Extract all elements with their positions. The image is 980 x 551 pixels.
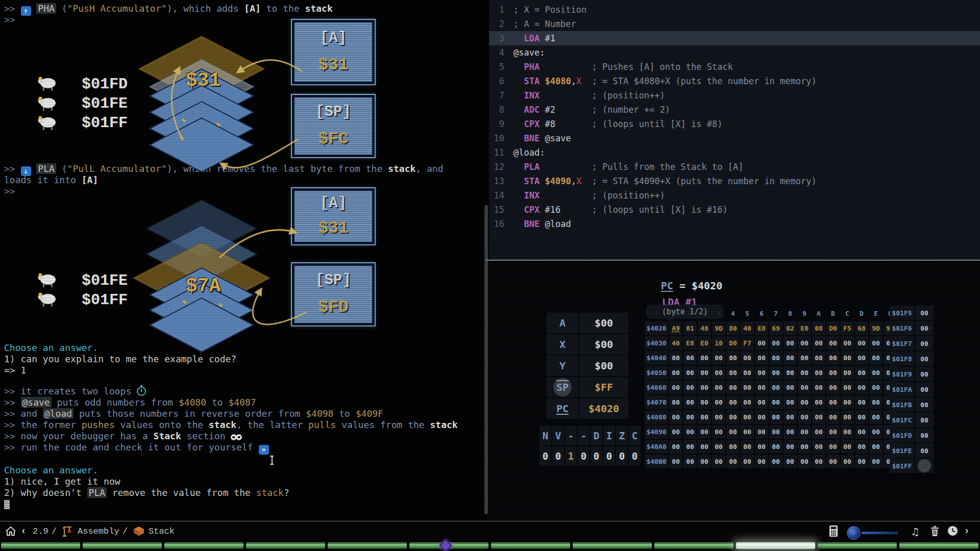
- memory-cell[interactable]: 48: [698, 321, 711, 335]
- progress-segment[interactable]: [1, 542, 80, 549]
- memory-cell[interactable]: 00: [669, 440, 682, 454]
- memory-cell[interactable]: 00: [855, 425, 868, 439]
- memory-cell[interactable]: 00: [726, 455, 740, 468]
- progress-segment[interactable]: [246, 542, 325, 549]
- memory-cell[interactable]: E0: [798, 321, 811, 335]
- memory-cell[interactable]: 00: [798, 395, 811, 409]
- flag-value[interactable]: 0: [603, 446, 615, 466]
- memory-cell[interactable]: 00: [755, 425, 768, 439]
- memory-cell[interactable]: 00: [783, 395, 797, 409]
- register-value-X[interactable]: $00: [579, 334, 628, 355]
- memory-cell[interactable]: 00: [826, 351, 840, 365]
- memory-cell[interactable]: 00: [712, 381, 725, 394]
- memory-cell[interactable]: 00: [741, 395, 754, 409]
- memory-cell[interactable]: 00: [841, 336, 854, 350]
- progress-segment[interactable]: [573, 542, 652, 549]
- volume-slider[interactable]: [862, 532, 898, 534]
- memory-cell[interactable]: 00: [726, 395, 740, 409]
- memory-cell[interactable]: 00: [812, 395, 825, 409]
- memory-cell[interactable]: 00: [783, 381, 797, 394]
- memory-cell[interactable]: 00: [698, 425, 711, 439]
- memory-cell[interactable]: 00: [683, 410, 697, 424]
- memory-cell[interactable]: 00: [741, 440, 754, 454]
- memory-cell[interactable]: 00: [683, 425, 697, 439]
- memory-cell[interactable]: 00: [698, 366, 711, 380]
- memory-cell[interactable]: 00: [783, 336, 797, 350]
- memory-cell[interactable]: 00: [669, 425, 682, 439]
- memory-cell[interactable]: 00: [769, 366, 782, 380]
- memory-cell[interactable]: 00: [826, 395, 840, 409]
- memory-cell[interactable]: 00: [669, 395, 682, 409]
- memory-cell[interactable]: 00: [698, 455, 711, 468]
- memory-cell[interactable]: 00: [869, 381, 883, 394]
- progress-segment[interactable]: [736, 542, 815, 549]
- memory-cell[interactable]: 00: [783, 440, 797, 454]
- memory-cell[interactable]: 00: [712, 351, 725, 365]
- progress-segment[interactable]: [83, 542, 162, 549]
- memory-cell[interactable]: 00: [826, 336, 840, 350]
- memory-cell[interactable]: 00: [855, 410, 868, 424]
- memory-cell[interactable]: 00: [798, 440, 811, 454]
- register-name-A[interactable]: A: [547, 313, 578, 333]
- memory-cell[interactable]: 00: [683, 381, 697, 394]
- breadcrumb-chapter[interactable]: 2.9: [33, 527, 48, 536]
- memory-cell[interactable]: 00: [755, 440, 768, 454]
- memory-cell[interactable]: 00: [726, 410, 740, 424]
- stack-cell[interactable]: 00: [915, 306, 934, 320]
- memory-cell[interactable]: 00: [769, 395, 782, 409]
- memory-cell[interactable]: 08: [812, 321, 825, 335]
- memory-cell[interactable]: 80: [726, 321, 740, 335]
- memory-cell[interactable]: D0: [726, 336, 740, 350]
- home-icon[interactable]: [5, 526, 16, 536]
- memory-cell[interactable]: 00: [826, 366, 840, 380]
- memory-cell[interactable]: 00: [769, 381, 782, 394]
- memory-cell[interactable]: 00: [869, 366, 883, 380]
- flag-value[interactable]: 0: [540, 446, 551, 466]
- memory-cell[interactable]: 9D: [712, 321, 725, 335]
- memory-cell[interactable]: 00: [755, 395, 768, 409]
- breadcrumb-page[interactable]: Stack: [149, 527, 175, 536]
- memory-cell[interactable]: 10: [712, 336, 725, 350]
- memory-cell[interactable]: 00: [755, 410, 768, 424]
- memory-cell[interactable]: 00: [698, 351, 711, 365]
- memory-cell[interactable]: 00: [798, 410, 811, 424]
- memory-cell[interactable]: 00: [755, 366, 768, 380]
- memory-cell[interactable]: 00: [812, 425, 825, 439]
- memory-cell[interactable]: 00: [841, 351, 854, 365]
- memory-cell[interactable]: 00: [698, 381, 711, 394]
- memory-cell[interactable]: 00: [841, 455, 854, 468]
- memory-cell[interactable]: 00: [726, 351, 740, 365]
- register-value-A[interactable]: $00: [579, 313, 628, 333]
- register-value-Y[interactable]: $00: [579, 356, 628, 376]
- stack-cell[interactable]: 00: [915, 321, 934, 335]
- memory-cell[interactable]: 68: [855, 321, 868, 335]
- memory-cell[interactable]: 00: [798, 336, 811, 350]
- memory-cell[interactable]: 00: [798, 425, 811, 439]
- memory-cell[interactable]: 00: [698, 410, 711, 424]
- memory-cell[interactable]: 00: [855, 440, 868, 454]
- progress-segment[interactable]: [491, 542, 570, 549]
- register-name-PC[interactable]: PC: [547, 398, 578, 419]
- memory-cell[interactable]: 02: [783, 321, 797, 335]
- memory-cell[interactable]: 00: [826, 455, 840, 468]
- stack-cell[interactable]: 00: [915, 352, 934, 366]
- memory-cell[interactable]: 00: [769, 425, 782, 439]
- memory-cell[interactable]: 69: [769, 321, 782, 335]
- memory-cell[interactable]: 00: [826, 381, 840, 394]
- flag-value[interactable]: 0: [591, 446, 602, 466]
- stack-cell[interactable]: 00: [915, 413, 934, 427]
- memory-cell[interactable]: 00: [726, 425, 740, 439]
- memory-cell[interactable]: 00: [726, 440, 740, 454]
- next-button[interactable]: ›: [964, 525, 970, 537]
- stack-cell[interactable]: 00: [915, 428, 934, 442]
- memory-cell[interactable]: 00: [669, 381, 682, 394]
- register-name-X[interactable]: X: [547, 334, 578, 355]
- progress-segment[interactable]: [328, 542, 407, 549]
- music-disc-icon[interactable]: ♪: [847, 526, 861, 540]
- memory-cell[interactable]: 00: [683, 366, 697, 380]
- memory-cell[interactable]: 00: [669, 351, 682, 365]
- stack-cell[interactable]: 00: [915, 382, 934, 396]
- memory-cell[interactable]: 00: [726, 366, 740, 380]
- memory-cell[interactable]: 00: [741, 351, 754, 365]
- memory-cell[interactable]: 00: [855, 336, 868, 350]
